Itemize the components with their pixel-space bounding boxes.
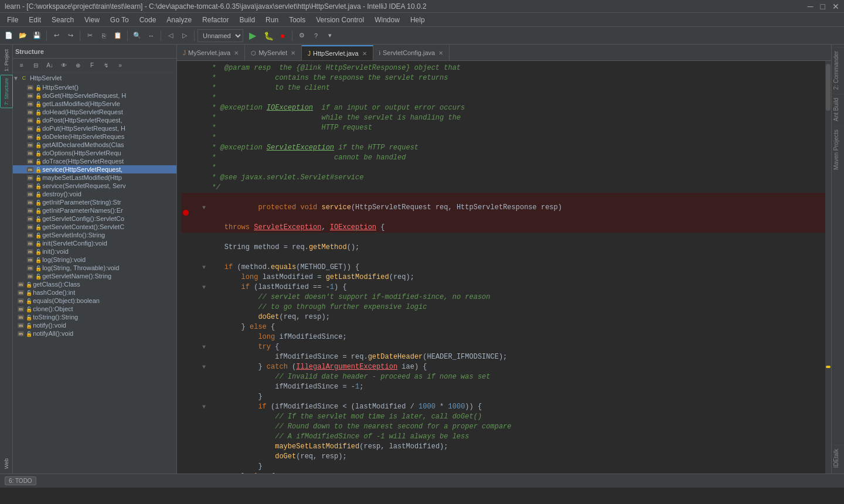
tree-item[interactable]: m 🔓 doOptions(HttpServletRequ [13,149,176,157]
tree-item[interactable]: m 🔓 getServletConfig():ServletCo [13,214,176,223]
window-controls[interactable]: ─ □ ✕ [808,2,839,11]
tree-item[interactable]: m 🔓 log(String):void [13,256,176,264]
cut-button[interactable]: ✂ [83,29,96,42]
tree-item[interactable]: m 🔓 init():void [13,247,176,256]
fold-control[interactable]: ▼ [200,364,207,370]
menu-item-edit[interactable]: Edit [24,15,46,25]
maximize-button[interactable]: □ [821,2,825,11]
new-button[interactable]: 📄 [2,29,15,42]
tree-item[interactable]: m 🔓 log(String, Throwable):void [13,264,176,272]
tree-item[interactable]: m 🔓 notify():void [13,321,176,329]
close-button[interactable]: ✕ [832,2,839,11]
tree-item[interactable]: m 🔓 destroy():void [13,190,176,198]
search-button[interactable]: 🔍 [131,29,144,42]
fold-control[interactable]: ▼ [200,205,207,211]
auto-scroll-button[interactable]: ↯ [100,59,113,72]
tree-item[interactable]: m 🔓 doTrace(HttpServletRequest [13,157,176,165]
paste-button[interactable]: 📋 [111,29,124,42]
tab-close-icon[interactable]: ✕ [234,50,239,56]
menu-item-search[interactable]: Search [47,15,79,25]
more-options-button[interactable]: » [114,59,127,72]
tree-item[interactable]: m 🔓 init(ServletConfig):void [13,239,176,247]
expand-all-button[interactable]: ≡ [15,59,28,72]
menu-item-help[interactable]: Help [406,15,430,25]
tree-item[interactable]: m 🔓 notifyAll():void [13,329,176,338]
menu-item-refactor[interactable]: Refactor [198,15,233,25]
code-editor[interactable]: * @param resp the {@link HttpServletResp… [177,61,831,474]
menu-item-analyze[interactable]: Analyze [162,15,196,25]
tree-item[interactable]: m 🔓 service(ServletRequest, Serv [13,182,176,190]
todo-button[interactable]: 6: TODO [5,476,36,485]
tree-item[interactable]: m 🔓 doDelete(HttpServletReques [13,132,176,141]
fold-control[interactable]: ▼ [200,264,207,271]
alphabetical-sort-button[interactable]: A↓ [43,59,56,72]
tree-item[interactable]: m 🔓 toString():String [13,313,176,321]
settings-button[interactable]: ⚙ [295,29,308,42]
open-button[interactable]: 📂 [16,29,29,42]
fold-control[interactable]: ▼ [200,404,207,410]
tree-item[interactable]: m 🔓 clone():Object [13,305,176,313]
tab-myservlet[interactable]: ⬡ MyServlet ✕ [245,45,302,60]
fold-control[interactable]: ▼ [200,344,207,350]
structure-tab[interactable]: 7: Structure [0,75,13,108]
tree-item[interactable]: m 🔓 doHead(HttpServletRequest [13,108,176,116]
ant-build-tab[interactable]: Ant Build [832,94,845,125]
tab-close-icon[interactable]: ✕ [362,50,367,57]
menu-item-view[interactable]: View [80,15,104,25]
tree-item[interactable]: m 🔓 getClass():Class [13,280,176,288]
breakpoint-dot[interactable] [183,210,189,216]
help-button[interactable]: ? [309,29,322,42]
tree-item[interactable]: m 🔓 getServletInfo():String [13,231,176,239]
tree-item[interactable]: m 🔓 getAllDeclaredMethods(Clas [13,141,176,149]
run-button[interactable]: ▶ [244,29,261,42]
commander-tab[interactable]: 2: Commander [832,47,845,93]
debug-button[interactable]: 🐛 [262,29,275,42]
collapse-all-button[interactable]: ⊟ [29,59,42,72]
visibility-button[interactable]: 👁 [57,59,70,72]
menu-item-run[interactable]: Run [261,15,283,25]
run-config-dropdown[interactable]: Unnamed [198,29,243,42]
tab-servletconfig-java[interactable]: i ServletConfig.java ✕ [373,45,450,60]
tree-item[interactable]: m 🔓 getServletName():String [13,272,176,280]
tree-item[interactable]: m 🔓 doPut(HttpServletRequest, H [13,124,176,132]
tab-close-icon[interactable]: ✕ [291,50,295,56]
tree-item[interactable]: m 🔓 maybeSetLastModified(Http [13,173,176,182]
maven-projects-tab[interactable]: Maven Projects [832,125,845,173]
forward-button[interactable]: ▷ [178,29,191,42]
menu-item-tools[interactable]: Tools [284,15,310,25]
menu-item-file[interactable]: File [2,15,23,25]
tab-httpservlet-java[interactable]: J HttpServlet.java ✕ [302,45,373,60]
dropdown-button[interactable]: ▾ [324,29,336,42]
tree-item[interactable]: m 🔓 getLastModified(HttpServle [13,100,176,108]
tree-item[interactable]: m 🔓 doPost(HttpServletRequest, [13,116,176,124]
stop-button[interactable]: ■ [276,29,289,42]
minimize-button[interactable]: ─ [808,2,814,11]
save-button[interactable]: 💾 [30,29,43,42]
inherited-button[interactable]: ⊕ [72,59,84,72]
tab-close-icon[interactable]: ✕ [438,50,443,56]
tree-item[interactable]: m 🔓 hashCode():int [13,288,176,297]
tree-item[interactable]: m 🔓 service(HttpServletRequest, [13,165,176,173]
idetalk-tab[interactable]: IDEtalk [832,445,845,471]
back-button[interactable]: ◁ [164,29,177,42]
fields-button[interactable]: F [86,59,98,72]
redo-button[interactable]: ↪ [64,29,77,42]
tree-item[interactable]: m 🔓 HttpServlet() [13,83,176,91]
tree-item[interactable]: m 🔓 getServletContext():ServletC [13,223,176,231]
tree-item[interactable]: m 🔓 getInitParameter(String):Str [13,198,176,206]
copy-button[interactable]: ⎘ [97,29,110,42]
tab-myservlet-java[interactable]: J MyServlet.java ✕ [177,45,245,60]
menu-item-code[interactable]: Code [135,15,161,25]
tree-item[interactable]: m 🔓 doGet(HttpServletRequest, H [13,91,176,100]
fold-control[interactable]: ▼ [200,284,207,291]
menu-item-version control[interactable]: Version Control [311,15,369,25]
web-tab[interactable]: Web [0,456,13,471]
menu-item-build[interactable]: Build [234,15,260,25]
tree-item[interactable]: m 🔓 getInitParameterNames():Er [13,206,176,214]
menu-item-window[interactable]: Window [370,15,404,25]
undo-button[interactable]: ↩ [50,29,63,42]
tree-item[interactable]: m 🔓 equals(Object):boolean [13,297,176,305]
scroll-thumb[interactable] [826,64,831,111]
vertical-scrollbar[interactable] [825,61,831,474]
tree-root-item[interactable]: ▼ C HttpServlet [13,73,176,83]
